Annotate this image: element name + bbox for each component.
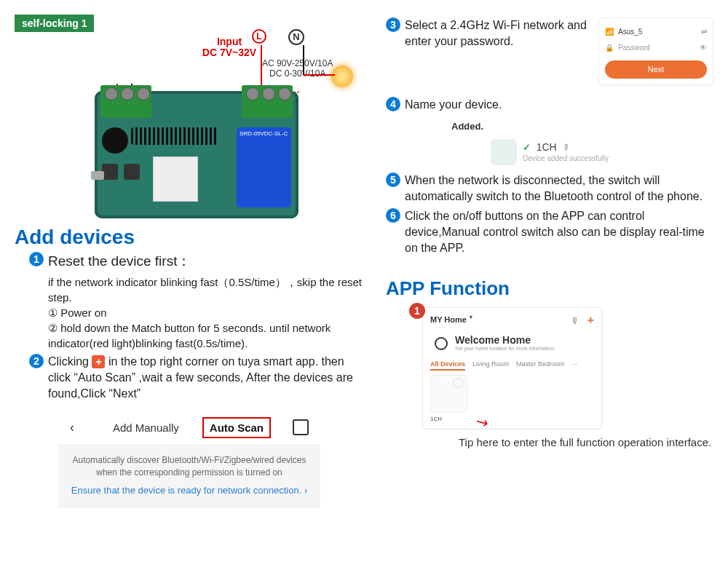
home-dropdown[interactable]: MY Home ˅ — [430, 315, 473, 325]
wifi-icon: 📶 — [605, 27, 614, 37]
scan-icon[interactable] — [293, 419, 309, 435]
eye-icon[interactable]: 👁 — [700, 43, 707, 53]
auto-scan-description: Automatically discover Bluetooth/Wi-Fi/Z… — [68, 454, 310, 479]
step-badge-6: 6 — [386, 208, 400, 223]
red-arrow-icon: ↘ — [472, 411, 491, 432]
device-tile[interactable] — [430, 375, 468, 413]
pencil-icon[interactable]: ✎ — [560, 142, 572, 154]
circuit-board-image: SRD-05VDC-SL-C — [95, 91, 298, 218]
section-title-app-function: APP Function — [386, 277, 713, 300]
output-rating-label: AC 90V-250V/10A DC 0-30V/10A — [262, 58, 333, 79]
tab-auto-scan[interactable]: Auto Scan — [202, 417, 271, 438]
wifi-module — [153, 157, 198, 202]
lock-icon: 🔒 — [605, 43, 614, 53]
coil-icon — [131, 127, 218, 145]
neutral-terminal-label: N — [288, 29, 304, 45]
power-toggle-icon[interactable] — [453, 379, 464, 387]
chevron-right-icon: › — [304, 485, 307, 496]
tab-add-manually[interactable]: Add Manually — [111, 417, 181, 438]
added-subtext: Device added successfully — [523, 154, 609, 162]
section-title-add-devices: Add devices — [15, 226, 364, 249]
wiring-diagram: self-locking 1 L N Input DC 7V~32V AC 90… — [15, 15, 364, 218]
back-button[interactable]: ‹ — [70, 420, 74, 435]
step2-text: Clicking + in the top right corner on tu… — [48, 354, 364, 403]
room-tab-living[interactable]: Living Room — [472, 360, 509, 371]
micro-usb-port — [91, 171, 104, 180]
step-badge-2: 2 — [29, 354, 44, 368]
mode-badge: self-locking 1 — [15, 15, 94, 32]
step-badge-4: 4 — [386, 97, 400, 111]
button-2 — [124, 164, 140, 180]
plus-icon[interactable]: + — [587, 314, 594, 326]
step4-text: Name your device. — [405, 97, 713, 113]
output-terminal — [242, 85, 293, 118]
next-button[interactable]: Next — [605, 60, 707, 79]
step1-sub-hold-button: ② hold down the Match button for 5 secon… — [48, 320, 364, 351]
mic-icon[interactable]: 🎙 — [571, 316, 579, 326]
input-voltage-label: Input DC 7V~32V — [95, 36, 364, 59]
welcome-title: Welcome Home — [455, 334, 554, 346]
step-badge-1: 1 — [29, 252, 44, 266]
check-icon: ✓ — [523, 142, 531, 153]
network-ready-link[interactable]: Ensure that the device is ready for netw… — [68, 484, 310, 497]
step3-text: Select a 2.4GHz Wi-Fi network and enter … — [405, 17, 598, 50]
room-tab-all[interactable]: All Devices — [430, 360, 465, 371]
wifi-input-card: 📶 Asus_5 ⇄ 🔒 Password 👁 Next — [598, 17, 713, 85]
step1-note: if the network indicator blinking fast（0… — [48, 274, 364, 305]
room-tab-master[interactable]: Master Bedroom — [516, 360, 565, 371]
tip-text: Tip here to enter the full function oper… — [459, 435, 713, 450]
device-thumb-icon — [491, 139, 517, 165]
welcome-subtitle: Set your home location for more informat… — [455, 346, 554, 351]
app-screenshot-add: ‹ Add Manually Auto Scan Automatically d… — [58, 411, 320, 508]
capacitor-icon — [102, 127, 128, 154]
plus-icon-inline: + — [92, 355, 105, 368]
relay-block: SRD-05VDC-SL-C — [237, 127, 291, 207]
live-terminal-label: L — [252, 29, 266, 44]
button-1 — [102, 164, 118, 180]
device-tile-label: 1CH — [430, 416, 594, 422]
room-tab-more[interactable]: ··· — [572, 360, 578, 371]
sun-icon — [430, 333, 451, 353]
step1-sub-power-on: ① Power on — [48, 305, 364, 320]
step-badge-5: 5 — [386, 173, 400, 187]
step5-text: When the network is disconnected, the sw… — [405, 173, 713, 205]
added-heading: Added. — [451, 121, 713, 132]
step1-title: Reset the device first： — [48, 252, 364, 272]
swap-icon[interactable]: ⇄ — [701, 27, 707, 37]
wifi-ssid: Asus_5 — [618, 27, 642, 37]
app-home-screenshot: MY Home ˅ 🎙 + Welcome Home Set your home… — [422, 307, 602, 429]
device-added-card: Added. ✓ 1CH ✎ Device added successfully — [386, 121, 713, 165]
step6-text: Click the on/off buttons on the APP can … — [405, 208, 713, 257]
bulb-icon — [331, 66, 353, 87]
input-terminal — [100, 85, 151, 118]
device-name: 1CH — [537, 141, 557, 153]
password-field[interactable]: Password — [618, 43, 650, 53]
step-badge-3: 3 — [386, 17, 400, 32]
red-step-badge-1: 1 — [409, 303, 425, 319]
